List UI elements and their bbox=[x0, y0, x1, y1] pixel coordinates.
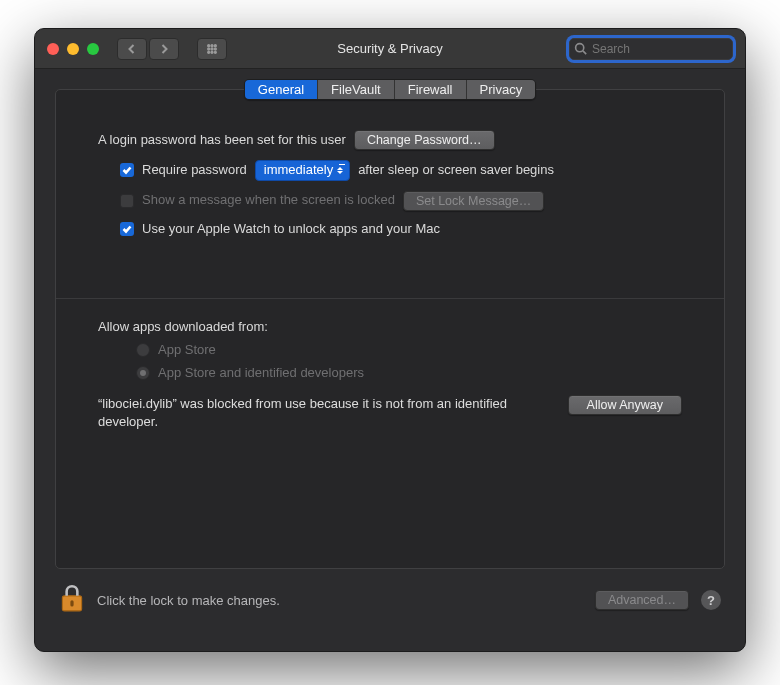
tab-privacy[interactable]: Privacy bbox=[467, 80, 536, 99]
require-password-delay-select[interactable]: immediately bbox=[255, 160, 350, 181]
require-password-label-pre: Require password bbox=[142, 162, 247, 179]
content-area: General FileVault Firewall Privacy A log… bbox=[35, 69, 745, 651]
titlebar: Security & Privacy bbox=[35, 29, 745, 69]
radio-app-store[interactable] bbox=[136, 343, 150, 357]
login-password-label: A login password has been set for this u… bbox=[98, 132, 346, 149]
set-lock-message-button[interactable]: Set Lock Message… bbox=[403, 191, 544, 211]
search-wrapper bbox=[569, 38, 733, 60]
require-password-delay-value: immediately bbox=[264, 162, 333, 177]
updown-chevron-icon bbox=[337, 163, 345, 177]
svg-point-3 bbox=[208, 48, 210, 50]
apple-watch-checkbox[interactable] bbox=[120, 222, 134, 236]
settings-panel: General FileVault Firewall Privacy A log… bbox=[55, 89, 725, 569]
minimize-icon[interactable] bbox=[67, 43, 79, 55]
svg-point-5 bbox=[215, 48, 217, 50]
lock-button[interactable] bbox=[59, 583, 85, 617]
radio-identified-developers[interactable] bbox=[136, 366, 150, 380]
grid-icon bbox=[207, 44, 217, 54]
radio-app-store-label: App Store bbox=[158, 342, 216, 359]
svg-point-0 bbox=[208, 44, 210, 46]
allow-apps-heading: Allow apps downloaded from: bbox=[98, 319, 268, 336]
help-button[interactable]: ? bbox=[701, 590, 721, 610]
apple-watch-label: Use your Apple Watch to unlock apps and … bbox=[142, 221, 440, 238]
radio-identified-developers-label: App Store and identified developers bbox=[158, 365, 364, 382]
lock-icon bbox=[59, 583, 85, 613]
back-button[interactable] bbox=[117, 38, 147, 60]
search-input[interactable] bbox=[569, 38, 733, 60]
tab-filevault[interactable]: FileVault bbox=[318, 80, 395, 99]
tab-firewall[interactable]: Firewall bbox=[395, 80, 467, 99]
lock-hint-text: Click the lock to make changes. bbox=[97, 593, 583, 608]
show-message-label: Show a message when the screen is locked bbox=[142, 192, 395, 209]
svg-point-4 bbox=[211, 48, 213, 50]
blocked-app-message: “libociei.dylib” was blocked from use be… bbox=[98, 395, 552, 430]
footer: Click the lock to make changes. Advanced… bbox=[55, 569, 725, 631]
require-password-checkbox[interactable] bbox=[120, 163, 134, 177]
svg-point-7 bbox=[211, 51, 213, 53]
svg-point-2 bbox=[215, 44, 217, 46]
advanced-button[interactable]: Advanced… bbox=[595, 590, 689, 610]
allow-anyway-button[interactable]: Allow Anyway bbox=[568, 395, 682, 415]
svg-point-6 bbox=[208, 51, 210, 53]
chevron-right-icon bbox=[159, 44, 169, 54]
search-icon bbox=[574, 42, 587, 55]
svg-point-9 bbox=[576, 43, 584, 51]
change-password-button[interactable]: Change Password… bbox=[354, 130, 495, 150]
window-controls bbox=[47, 43, 99, 55]
svg-point-8 bbox=[215, 51, 217, 53]
show-message-checkbox[interactable] bbox=[120, 194, 134, 208]
tab-bar: General FileVault Firewall Privacy bbox=[244, 79, 536, 100]
show-all-button[interactable] bbox=[197, 38, 227, 60]
check-icon bbox=[122, 165, 132, 175]
check-icon bbox=[122, 224, 132, 234]
svg-line-10 bbox=[583, 50, 586, 53]
tab-general[interactable]: General bbox=[245, 80, 318, 99]
svg-point-1 bbox=[211, 44, 213, 46]
system-preferences-window: Security & Privacy General FileVault Fir… bbox=[34, 28, 746, 652]
require-password-label-post: after sleep or screen saver begins bbox=[358, 162, 554, 179]
chevron-left-icon bbox=[127, 44, 137, 54]
zoom-icon[interactable] bbox=[87, 43, 99, 55]
svg-rect-12 bbox=[70, 600, 73, 606]
close-icon[interactable] bbox=[47, 43, 59, 55]
forward-button[interactable] bbox=[149, 38, 179, 60]
